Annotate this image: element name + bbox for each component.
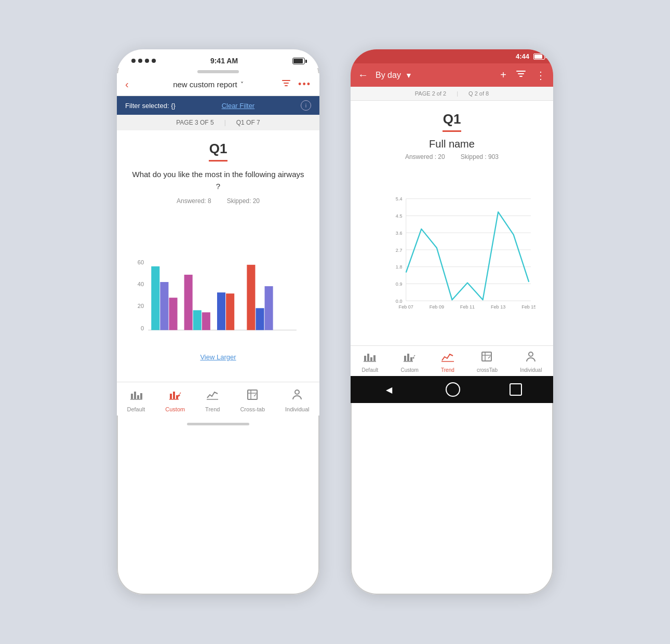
- filter-icon[interactable]: [282, 78, 291, 90]
- svg-rect-6: [160, 282, 168, 330]
- back-system-button[interactable]: ◀: [382, 382, 396, 397]
- back-button[interactable]: ←: [358, 69, 368, 81]
- svg-rect-7: [169, 298, 177, 330]
- page-info-bar: PAGE 3 OF 5 | Q1 OF 7: [117, 115, 319, 130]
- chart-svg: 0 20 40 60: [129, 213, 307, 348]
- ios-navbar: ‹ new custom report ˅ •••: [117, 73, 319, 96]
- nav-item-trend[interactable]: Trend: [441, 351, 454, 373]
- nav-title-area: new custom report ˅: [135, 80, 282, 89]
- nav-item-individual[interactable]: Individual: [520, 351, 542, 373]
- nav-item-default[interactable]: Default: [127, 388, 145, 412]
- ios-status-bar: 9:41 AM: [117, 49, 319, 68]
- skipped-count: Skipped : 903: [461, 153, 499, 160]
- more-icon[interactable]: •••: [298, 79, 311, 90]
- chevron-down-icon: ▼: [405, 71, 412, 79]
- status-time: 9:41 AM: [210, 57, 238, 65]
- nav-label: crossTab: [477, 367, 498, 373]
- svg-text:40: 40: [138, 281, 144, 287]
- back-button[interactable]: ‹: [125, 78, 129, 90]
- divider: |: [224, 119, 226, 126]
- answered-count: Answered: 8: [177, 197, 211, 205]
- question-subtitle: Full name: [363, 138, 541, 150]
- svg-text:0.9: 0.9: [396, 281, 403, 287]
- person-icon: [525, 351, 537, 366]
- signal-dot: [145, 59, 149, 63]
- nav-item-custom[interactable]: Custom: [400, 351, 418, 373]
- android-system-bar: ◀: [351, 376, 553, 403]
- toolbar-title: By day: [376, 71, 401, 80]
- question-underline: [443, 130, 461, 132]
- page-label: PAGE 3 OF 5: [176, 119, 213, 126]
- question-underline: [209, 160, 227, 162]
- recent-system-button[interactable]: [510, 383, 522, 396]
- custom-chart-icon: [169, 388, 181, 404]
- android-content: Q1 Full name Answered : 20 Skipped : 903…: [351, 101, 553, 345]
- ios-phone: 9:41 AM ‹ new custom report ˅ ••• Filter…: [117, 49, 319, 595]
- nav-item-crosstab[interactable]: Cross-tab: [240, 388, 265, 412]
- clear-filter-button[interactable]: Clear Filter: [222, 102, 255, 110]
- info-icon[interactable]: i: [301, 100, 311, 111]
- svg-rect-54: [373, 355, 376, 361]
- svg-text:Feb 11: Feb 11: [460, 304, 475, 310]
- filter-icon[interactable]: [516, 69, 526, 82]
- battery-fill: [293, 59, 303, 63]
- svg-line-25: [180, 393, 181, 394]
- svg-text:0: 0: [141, 325, 144, 331]
- svg-rect-12: [226, 293, 234, 330]
- svg-rect-58: [410, 357, 412, 361]
- svg-rect-10: [202, 312, 210, 330]
- bar-chart-icon: [130, 388, 142, 404]
- svg-rect-5: [151, 266, 159, 330]
- nav-item-default[interactable]: Default: [362, 351, 379, 373]
- signal-dot: [131, 59, 136, 63]
- nav-item-custom[interactable]: Custom: [165, 388, 185, 412]
- svg-text:Feb 07: Feb 07: [399, 304, 413, 310]
- view-larger-link[interactable]: View Larger: [129, 353, 307, 361]
- svg-rect-22: [173, 392, 175, 399]
- nav-item-trend[interactable]: Trend: [205, 388, 220, 412]
- page-label: PAGE 2 of 2: [415, 90, 446, 97]
- svg-rect-8: [184, 275, 193, 330]
- svg-text:20: 20: [138, 303, 144, 309]
- question-number: Q1: [363, 111, 541, 127]
- android-status-bar: 4:44: [351, 49, 553, 63]
- question-stats: Answered : 20 Skipped : 903: [363, 153, 541, 160]
- page-info-bar: PAGE 2 of 2 | Q 2 of 8: [351, 87, 553, 101]
- home-indicator: [187, 423, 249, 425]
- filter-text: Filter selected: {}: [125, 102, 176, 110]
- toolbar-title-area: By day ▼: [376, 71, 493, 80]
- nav-item-crosstab[interactable]: crossTab: [477, 351, 498, 373]
- nav-item-individual[interactable]: Individual: [285, 388, 309, 412]
- home-system-button[interactable]: [446, 382, 460, 397]
- svg-rect-14: [256, 308, 264, 330]
- nav-label-default: Default: [127, 406, 145, 412]
- toolbar-icons: + ⋮: [500, 69, 546, 82]
- svg-rect-11: [217, 292, 225, 330]
- svg-line-65: [488, 356, 490, 358]
- svg-text:Feb 15: Feb 15: [521, 304, 535, 310]
- svg-rect-17: [134, 392, 136, 399]
- svg-point-66: [529, 352, 533, 356]
- svg-rect-19: [140, 393, 142, 399]
- nav-label-individual: Individual: [285, 406, 309, 412]
- svg-text:1.8: 1.8: [396, 264, 403, 270]
- question-number: Q1: [129, 141, 307, 157]
- signal-dot: [138, 59, 142, 63]
- trend-icon: [441, 351, 454, 366]
- bar-chart: 0 20 40 60: [129, 213, 307, 348]
- add-icon[interactable]: +: [500, 69, 506, 81]
- svg-rect-16: [131, 394, 133, 399]
- trend-chart-icon: [206, 388, 219, 404]
- nav-label: Custom: [400, 367, 418, 373]
- svg-text:5.4: 5.4: [396, 196, 403, 202]
- nav-title: new custom report: [173, 80, 237, 89]
- svg-text:0.0: 0.0: [396, 299, 403, 304]
- bar-chart-icon: [364, 351, 376, 366]
- svg-rect-56: [404, 356, 406, 361]
- answered-count: Answered : 20: [405, 153, 445, 160]
- svg-rect-18: [137, 395, 139, 399]
- nav-label: Default: [362, 367, 379, 373]
- more-icon[interactable]: ⋮: [535, 69, 546, 82]
- svg-rect-52: [367, 354, 369, 361]
- skipped-count: Skipped: 20: [227, 197, 260, 205]
